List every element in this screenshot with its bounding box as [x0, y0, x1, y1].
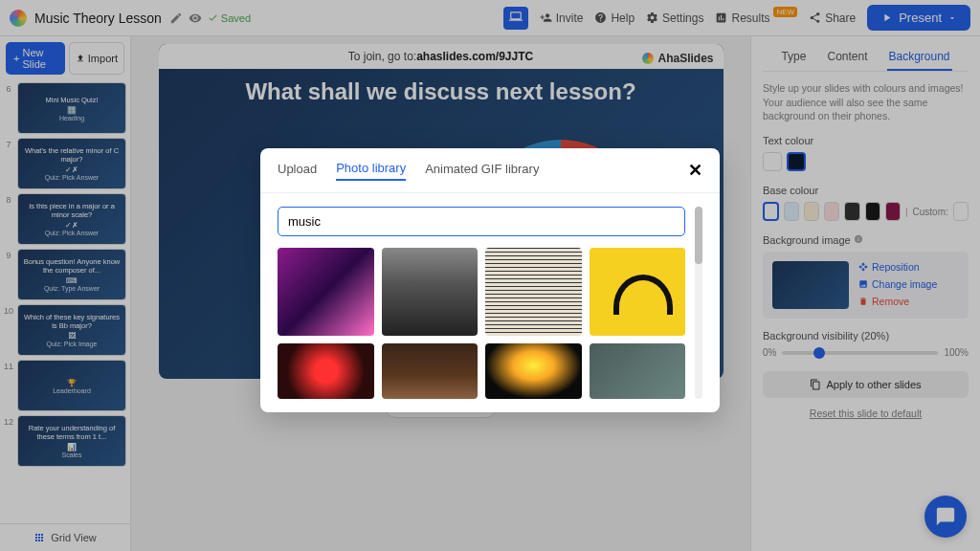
photo-result[interactable]: [590, 343, 686, 399]
scrollbar[interactable]: [695, 207, 702, 399]
modal-tab-photo-library[interactable]: Photo library: [336, 161, 406, 181]
photo-result[interactable]: [278, 343, 374, 399]
search-input[interactable]: [278, 207, 685, 236]
photo-result[interactable]: [382, 248, 479, 336]
photo-result[interactable]: [485, 343, 582, 399]
photo-result[interactable]: [382, 343, 479, 399]
photo-result[interactable]: [278, 248, 374, 336]
photo-library-modal: Upload Photo library Animated GIF librar…: [260, 148, 720, 412]
close-icon[interactable]: ✕: [688, 160, 702, 181]
photo-grid: [278, 248, 685, 399]
photo-result[interactable]: [485, 248, 582, 336]
modal-tab-gif-library[interactable]: Animated GIF library: [425, 162, 539, 180]
photo-result[interactable]: [590, 248, 686, 336]
modal-tab-upload[interactable]: Upload: [278, 162, 317, 180]
